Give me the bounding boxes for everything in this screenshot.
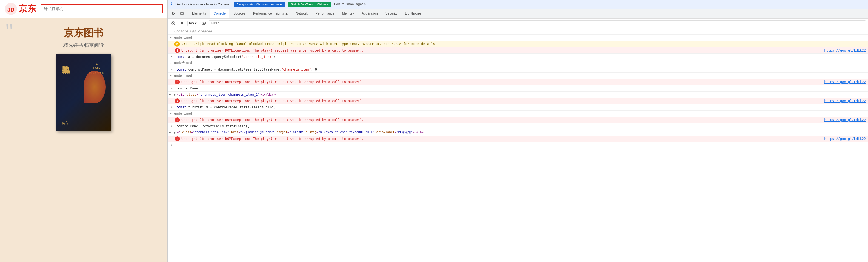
error-text-5: Uncaught (in promise) DOMException: The … bbox=[182, 136, 823, 141]
console-code-3: > controlPanel bbox=[167, 85, 868, 92]
tab-performance[interactable]: Performance bbox=[312, 9, 338, 18]
book-author: 莫言 bbox=[62, 121, 68, 125]
error-link-5[interactable]: https://goo.gl/LdLk22 bbox=[824, 136, 866, 141]
arrow-left-3: ← bbox=[170, 74, 172, 78]
error-text-3: Uncaught (in promise) DOMException: The … bbox=[182, 98, 823, 104]
arrow-left-icon: ← bbox=[170, 35, 172, 40]
pause-button[interactable] bbox=[179, 20, 186, 27]
corb-message: Cross-Origin Read Blocking (CORB) blocke… bbox=[182, 41, 866, 47]
expand-icon-2[interactable]: ▶ bbox=[174, 130, 176, 135]
code-text-5: controlPanel.removeChild(firstChild); bbox=[176, 124, 866, 129]
banner-title: 京东图书 bbox=[64, 26, 103, 40]
console-error-2: 3 Uncaught (in promise) DOMException: Th… bbox=[167, 79, 868, 85]
tab-elements[interactable]: Elements bbox=[188, 9, 210, 18]
tab-icons-group bbox=[167, 10, 188, 18]
error-link-3[interactable]: https://goo.gl/LdLk22 bbox=[824, 98, 866, 104]
console-prompt-line[interactable]: > bbox=[167, 142, 868, 148]
jd-search-bar bbox=[40, 4, 162, 13]
dom-content-2: <a class="channels_item_link" href="//ji… bbox=[177, 130, 424, 135]
dom-content-1: <div class="channels_item channels_item_… bbox=[177, 92, 276, 97]
arrow-right-1: > bbox=[171, 55, 173, 59]
code-text-1: const a = document.querySelector(".chann… bbox=[176, 54, 866, 59]
info-bar-message: DevTools is now available in Chinese! bbox=[176, 2, 230, 6]
arrow-right-4: > bbox=[171, 105, 173, 110]
tab-memory[interactable]: Memory bbox=[338, 9, 358, 18]
eye-button[interactable] bbox=[200, 20, 207, 27]
quote-mark: " bbox=[5, 21, 13, 43]
console-prompt-cursor[interactable] bbox=[176, 143, 178, 148]
error-link-4[interactable]: https://goo.gl/LdLk22 bbox=[824, 117, 866, 122]
error-link-1[interactable]: https://goo.gl/LdLk22 bbox=[824, 48, 866, 53]
arrow-right-3: > bbox=[171, 86, 173, 91]
console-error-3: 4 Uncaught (in promise) DOMException: Th… bbox=[167, 98, 868, 104]
arrow-right-2: > bbox=[171, 67, 173, 72]
jd-header: JD 京东 bbox=[0, 0, 167, 18]
arrow-left-4: ← bbox=[170, 111, 172, 116]
console-code-1: > const a = document.querySelector(".cha… bbox=[167, 54, 868, 60]
console-code-4: > const firstChild = controlPanel.firstE… bbox=[167, 104, 868, 111]
arrow-right-5: > bbox=[171, 124, 173, 129]
tab-console[interactable]: Console bbox=[210, 9, 229, 18]
console-output: Console was cleared ← undefined 14 Cross… bbox=[167, 28, 868, 262]
cursor-icon[interactable] bbox=[170, 10, 177, 18]
clear-console-button[interactable] bbox=[170, 20, 177, 27]
switch-chinese-button[interactable]: Switch DevTools to Chinese bbox=[288, 2, 331, 7]
filter-input[interactable] bbox=[209, 20, 866, 26]
expand-icon-1[interactable]: ▶ bbox=[174, 92, 176, 97]
devtools-tab-bar: Elements Console Sources Performance ins… bbox=[167, 9, 868, 19]
error-link-2[interactable]: https://goo.gl/LdLk22 bbox=[824, 80, 866, 85]
console-dom-output-2: ← ▶ <a class="channels_item_link" href="… bbox=[167, 129, 868, 136]
arrow-left-2: ← bbox=[170, 61, 172, 65]
dont-show-link[interactable]: Don't show again bbox=[334, 2, 366, 6]
console-undefined-1: ← undefined bbox=[167, 35, 868, 41]
tab-performance-insights[interactable]: Performance insights ▲ bbox=[249, 9, 292, 18]
jd-search-input[interactable] bbox=[41, 5, 162, 12]
tab-lighthouse[interactable]: Lighthouse bbox=[401, 9, 425, 18]
error-text-4: Uncaught (in promise) DOMException: The … bbox=[182, 117, 823, 122]
code-text-2: const controlPanel = document.getElement… bbox=[176, 67, 866, 72]
error-text-2: Uncaught (in promise) DOMException: The … bbox=[182, 80, 823, 85]
console-error-4: 2 Uncaught (in promise) DOMException: Th… bbox=[167, 117, 868, 123]
svg-rect-2 bbox=[181, 12, 183, 14]
arrow-left-dom1: ← bbox=[169, 92, 171, 97]
code-text-3: controlPanel bbox=[176, 86, 866, 91]
context-value: top bbox=[189, 21, 194, 25]
console-corb-warning: 14 Cross-Origin Read Blocking (CORB) blo… bbox=[167, 41, 868, 48]
svg-rect-6 bbox=[181, 22, 182, 24]
console-cleared-line: Console was cleared bbox=[167, 28, 868, 35]
website-content: JD 京东 " 京东图书 精选好书 畅享阅读 晚熟的人 ALATEBLOOMER… bbox=[0, 0, 167, 262]
error-badge-4: 4 bbox=[175, 98, 180, 104]
book-cover: 晚熟的人 ALATEBLOOMER 莫言 bbox=[56, 54, 111, 131]
tab-security[interactable]: Security bbox=[382, 9, 401, 18]
svg-line-5 bbox=[173, 23, 174, 24]
code-text-4: const firstChild = controlPanel.firstEle… bbox=[176, 105, 866, 110]
device-icon[interactable] bbox=[179, 10, 186, 18]
svg-rect-3 bbox=[184, 13, 184, 14]
book-decoration bbox=[84, 70, 105, 104]
console-undefined-4: ← undefined bbox=[167, 111, 868, 117]
main-layout: JD 京东 " 京东图书 精选好书 畅享阅读 晚熟的人 ALATEBLOOMER… bbox=[0, 0, 868, 262]
console-undefined-2: ← undefined bbox=[167, 60, 868, 66]
svg-point-9 bbox=[203, 23, 204, 24]
tab-sources[interactable]: Sources bbox=[229, 9, 249, 18]
corb-badge: 14 bbox=[174, 41, 180, 47]
console-error-1: 2 Uncaught (in promise) DOMException: Th… bbox=[167, 48, 868, 54]
console-dom-output-1: ← ▶ <div class="channels_item channels_i… bbox=[167, 92, 868, 98]
error-badge-2a: 2 bbox=[175, 48, 180, 53]
context-selector[interactable]: top ▾ bbox=[187, 21, 198, 26]
devtools-info-bar: ℹ DevTools is now available in Chinese! … bbox=[167, 0, 868, 9]
error-badge-2b: 2 bbox=[175, 117, 180, 122]
website-banner: " 京东图书 精选好书 畅享阅读 晚熟的人 ALATEBLOOMER 莫言 bbox=[0, 18, 167, 262]
info-icon: ℹ bbox=[171, 2, 172, 7]
tab-network[interactable]: Network bbox=[292, 9, 312, 18]
svg-rect-7 bbox=[182, 22, 183, 24]
match-language-button[interactable]: Always match Chrome's language bbox=[234, 2, 285, 7]
console-undefined-3: ← undefined bbox=[167, 73, 868, 79]
console-toolbar: top ▾ bbox=[167, 19, 868, 28]
jd-logo-text: 京东 bbox=[19, 3, 36, 15]
banner-subtitle: 精选好书 畅享阅读 bbox=[63, 42, 104, 49]
svg-text:JD: JD bbox=[7, 7, 14, 12]
tab-application[interactable]: Application bbox=[358, 9, 382, 18]
jd-logo-icon: JD bbox=[4, 2, 18, 16]
console-code-2: > const controlPanel = document.getEleme… bbox=[167, 66, 868, 73]
